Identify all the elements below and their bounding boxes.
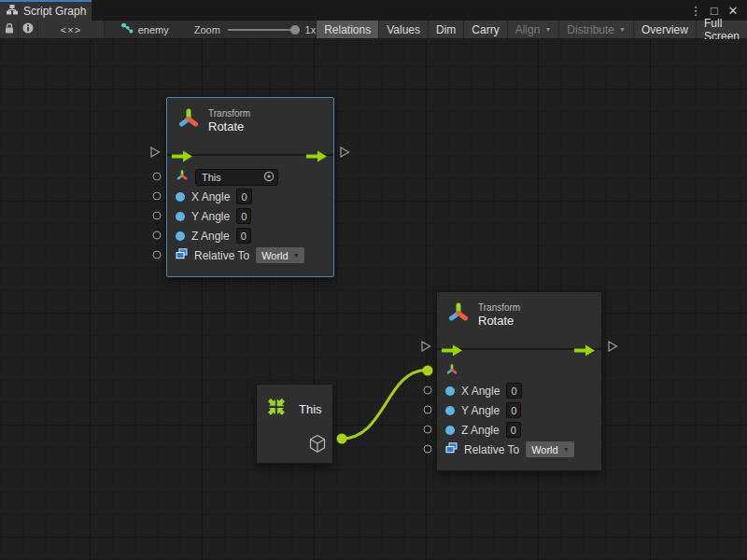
this-input-port[interactable] xyxy=(153,173,162,181)
float-type-icon xyxy=(445,406,455,415)
x-angle-label: X Angle xyxy=(461,385,500,398)
node-rotate-2[interactable]: Transform Rotate X Angle 0 xyxy=(436,291,602,471)
x-angle-row: X Angle 0 xyxy=(445,381,593,400)
title-bar: Script Graph ⋮ □ ✕ xyxy=(0,0,747,21)
this-input-row xyxy=(445,361,593,381)
node-title: Rotate xyxy=(208,119,250,133)
this-input-row: This xyxy=(176,167,325,187)
zoom-level: 1x xyxy=(305,24,317,35)
float-type-icon xyxy=(445,386,455,396)
align-label: Align xyxy=(515,23,541,36)
lock-icon xyxy=(5,23,14,36)
graph-toolbar: <×> enemy Zoom 1x Relations Values Dim C… xyxy=(0,21,747,39)
node-title: This xyxy=(299,402,322,416)
overview-button[interactable]: Overview xyxy=(633,21,696,38)
graph-asset-icon xyxy=(121,23,134,36)
flow-output-port[interactable] xyxy=(607,340,619,357)
full-screen-button[interactable]: Full Screen xyxy=(696,21,747,38)
this-field-value: This xyxy=(202,172,263,183)
z-angle-value-field[interactable]: 0 xyxy=(236,228,251,244)
relative-to-dropdown[interactable]: World ▼ xyxy=(526,441,573,457)
y-angle-port[interactable] xyxy=(153,212,162,220)
float-type-icon xyxy=(445,426,455,435)
x-angle-value-field[interactable]: 0 xyxy=(236,189,251,204)
relative-to-label: Relative To xyxy=(194,249,249,262)
flow-input-port[interactable] xyxy=(420,340,432,357)
relative-to-value: World xyxy=(261,250,289,261)
tab-title: Script Graph xyxy=(23,5,86,18)
node-header[interactable]: Transform Rotate xyxy=(167,98,333,143)
x-angle-port[interactable] xyxy=(153,192,162,201)
relative-to-dropdown[interactable]: World ▼ xyxy=(256,247,303,263)
y-angle-port[interactable] xyxy=(424,406,432,414)
node-rotate-1[interactable]: Transform Rotate This xyxy=(166,97,334,277)
chevron-down-icon: ▼ xyxy=(544,26,551,33)
z-angle-port[interactable] xyxy=(424,426,432,434)
float-type-icon xyxy=(176,212,185,221)
transform-mini-icon xyxy=(445,363,458,379)
chevron-down-icon: ▼ xyxy=(619,26,626,33)
self-output-port-connected[interactable] xyxy=(337,434,347,444)
this-input-port-connected[interactable] xyxy=(423,366,433,376)
y-angle-label: Y Angle xyxy=(461,404,500,417)
window-menu-icon[interactable]: ⋮ xyxy=(687,1,704,20)
graph-name: enemy xyxy=(138,24,169,35)
relative-to-value: World xyxy=(531,444,558,455)
flow-row xyxy=(437,337,601,361)
script-graph-icon xyxy=(7,5,18,18)
info-icon xyxy=(22,22,34,36)
node-category: Transform xyxy=(478,301,520,314)
x-angle-label: X Angle xyxy=(191,190,230,203)
object-picker-icon[interactable] xyxy=(263,171,275,184)
align-button[interactable]: Align▼ xyxy=(507,21,559,38)
code-icon: <×> xyxy=(61,24,81,35)
relative-to-row: Relative To World ▼ xyxy=(445,440,593,459)
z-angle-value-field[interactable]: 0 xyxy=(506,422,521,438)
y-angle-row: Y Angle 0 xyxy=(176,206,325,226)
dim-button[interactable]: Dim xyxy=(428,21,463,38)
node-header[interactable]: Transform Rotate xyxy=(437,292,601,337)
relative-to-port[interactable] xyxy=(424,445,432,454)
transform-icon xyxy=(446,301,471,329)
relative-to-label: Relative To xyxy=(464,443,519,456)
y-angle-value-field[interactable]: 0 xyxy=(506,402,521,418)
flow-out-arrow-icon xyxy=(574,343,597,360)
flow-input-port[interactable] xyxy=(149,146,162,163)
node-title: Rotate xyxy=(478,314,520,328)
tab-script-graph[interactable]: Script Graph xyxy=(0,0,92,21)
float-type-icon xyxy=(176,192,185,202)
edit-script-button[interactable]: <×> xyxy=(38,21,104,38)
gameobject-cube-icon xyxy=(308,434,327,457)
flow-output-port[interactable] xyxy=(339,146,351,163)
y-angle-row: Y Angle 0 xyxy=(445,400,593,420)
enum-type-icon xyxy=(176,248,188,262)
carry-button[interactable]: Carry xyxy=(463,21,506,38)
float-type-icon xyxy=(176,231,185,241)
chevron-down-icon: ▼ xyxy=(563,446,570,453)
relative-to-port[interactable] xyxy=(153,251,162,259)
distribute-label: Distribute xyxy=(567,23,614,36)
lock-button[interactable] xyxy=(0,21,19,38)
relations-button[interactable]: Relations xyxy=(316,21,378,38)
node-this[interactable]: This xyxy=(256,384,333,464)
zoom-label: Zoom xyxy=(194,24,220,35)
this-object-field[interactable]: This xyxy=(195,169,278,186)
transform-icon xyxy=(176,106,201,134)
z-angle-row: Z Angle 0 xyxy=(176,226,325,245)
distribute-button[interactable]: Distribute▼ xyxy=(558,21,633,38)
enum-type-icon xyxy=(445,442,458,456)
toolbar-toggle-group: Relations Values Dim Carry Align▼ Distri… xyxy=(316,21,747,38)
info-button[interactable] xyxy=(19,21,38,38)
zoom-slider[interactable] xyxy=(228,21,300,39)
zoom-slider-handle[interactable] xyxy=(290,25,300,35)
x-angle-port[interactable] xyxy=(424,386,432,395)
x-angle-value-field[interactable]: 0 xyxy=(506,383,521,399)
self-icon xyxy=(263,394,291,425)
y-angle-value-field[interactable]: 0 xyxy=(236,208,251,224)
values-button[interactable]: Values xyxy=(378,21,428,38)
graph-reference[interactable]: enemy xyxy=(121,21,169,38)
z-angle-port[interactable] xyxy=(153,231,162,240)
graph-canvas[interactable]: Transform Rotate This xyxy=(0,39,747,560)
relative-to-row: Relative To World ▼ xyxy=(176,245,325,265)
connection-layer xyxy=(0,39,747,560)
